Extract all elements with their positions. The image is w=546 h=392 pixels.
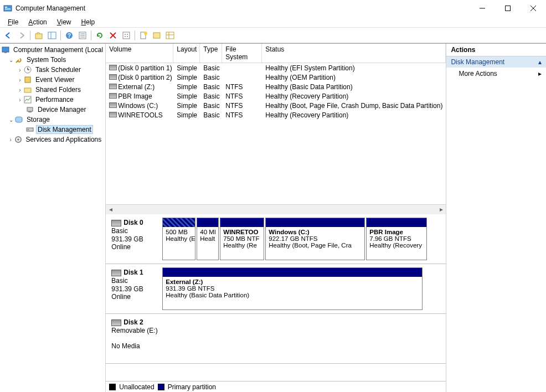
volume-icon: [109, 84, 117, 89]
legend-label-primary: Primary partition: [168, 383, 216, 391]
svg-rect-27: [166, 32, 174, 39]
col-status[interactable]: Status: [262, 44, 446, 63]
col-type[interactable]: Type: [200, 44, 222, 63]
tree-task-scheduler[interactable]: › Task Scheduler: [0, 65, 105, 75]
svg-point-44: [17, 138, 19, 141]
expand-icon[interactable]: ›: [17, 97, 23, 103]
close-button[interactable]: [521, 0, 546, 17]
disk-block[interactable]: Disk 0Basic931.39 GBOnline500 MBHealthy …: [106, 214, 446, 264]
settings-button[interactable]: [120, 29, 132, 42]
partition[interactable]: PBR Image7.96 GB NTFSHealthy (Recovery: [366, 218, 427, 260]
volume-row[interactable]: (Disk 0 partition 1)SimpleBasicHealthy (…: [106, 63, 446, 73]
svg-rect-35: [25, 77, 30, 82]
partition-bar: [367, 218, 426, 227]
folder-icon: [23, 85, 32, 94]
svg-point-20: [125, 34, 126, 35]
menu-file[interactable]: File: [3, 18, 23, 27]
disk-icon: [25, 125, 34, 134]
disk-block[interactable]: Disk 2Removable (E:)No Media: [106, 314, 446, 364]
tools-icon: [14, 55, 23, 64]
storage-icon: [14, 115, 23, 124]
delete-button[interactable]: [107, 29, 119, 42]
expand-icon[interactable]: ›: [8, 137, 14, 143]
actions-header: Actions: [446, 44, 546, 56]
refresh-button[interactable]: [94, 29, 106, 42]
tree-performance[interactable]: › Performance: [0, 95, 105, 105]
show-hide-tree-button[interactable]: [46, 29, 58, 42]
expand-icon[interactable]: ›: [17, 77, 23, 83]
up-button[interactable]: [33, 29, 45, 42]
volume-icon: [109, 65, 117, 70]
volume-row[interactable]: External (Z:)SimpleBasicNTFSHealthy (Bas…: [106, 82, 446, 91]
partition-bar: [163, 218, 195, 227]
tree-root[interactable]: Computer Management (Local: [0, 45, 105, 55]
tree-storage[interactable]: ⌄ Storage: [0, 115, 105, 125]
services-icon: [14, 135, 23, 144]
col-volume[interactable]: Volume: [106, 44, 173, 63]
svg-point-25: [144, 32, 147, 35]
partition[interactable]: Windows (C:)922.17 GB NTFSHealthy (Boot,…: [265, 218, 365, 260]
volume-list-header[interactable]: Volume Layout Type File System Status: [106, 44, 446, 63]
back-button[interactable]: [2, 29, 14, 42]
partition[interactable]: 500 MBHealthy (EF: [162, 218, 195, 260]
tree-disk-management[interactable]: Disk Management: [0, 125, 105, 135]
expand-icon[interactable]: ›: [17, 87, 23, 93]
disk-partitions: [161, 316, 444, 361]
expand-icon[interactable]: ›: [17, 67, 23, 73]
help-button[interactable]: ?: [63, 29, 75, 42]
col-layout[interactable]: Layout: [173, 44, 200, 63]
event-icon: [23, 75, 32, 84]
actions-section[interactable]: Disk Management ▴: [446, 56, 546, 68]
menu-view[interactable]: View: [53, 18, 76, 27]
list-view-button[interactable]: [151, 29, 163, 42]
toolbar: ?: [0, 28, 546, 43]
window-title: Computer Management: [16, 4, 470, 12]
menu-help[interactable]: Help: [77, 18, 100, 27]
performance-icon: [23, 95, 32, 104]
properties-button[interactable]: [76, 29, 89, 42]
tree-shared-folders[interactable]: › Shared Folders: [0, 85, 105, 95]
volume-icon: [109, 93, 117, 99]
actions-more[interactable]: More Actions ▸: [446, 68, 546, 80]
collapse-icon[interactable]: ⌄: [8, 57, 14, 63]
svg-point-42: [28, 129, 29, 130]
tree-event-viewer[interactable]: › Event Viewer: [0, 75, 105, 85]
disk-block[interactable]: Disk 1Basic931.39 GBOnlineExternal (Z:)9…: [106, 264, 446, 314]
disk-info: Disk 2Removable (E:)No Media: [108, 316, 161, 361]
collapse-icon[interactable]: ▴: [538, 58, 542, 66]
col-filesystem[interactable]: File System: [222, 44, 262, 63]
svg-rect-3: [5, 9, 11, 10]
svg-rect-8: [35, 34, 42, 39]
navigation-tree[interactable]: Computer Management (Local ⌄ System Tool…: [0, 44, 105, 146]
minimize-button[interactable]: [470, 0, 495, 17]
partition[interactable]: 40 MIHealt: [197, 218, 219, 260]
forward-button[interactable]: [16, 29, 28, 42]
main-area: Computer Management (Local ⌄ System Tool…: [0, 43, 546, 392]
scroll-right-icon[interactable]: ▸: [436, 205, 446, 214]
detail-view-button[interactable]: [164, 29, 176, 42]
scroll-track[interactable]: [115, 205, 436, 214]
disk-graphical-view[interactable]: Disk 0Basic931.39 GBOnline500 MBHealthy …: [106, 214, 446, 381]
volume-row[interactable]: Windows (C:)SimpleBasicNTFSHealthy (Boot…: [106, 101, 446, 110]
svg-rect-38: [27, 107, 33, 111]
svg-rect-31: [4, 52, 7, 53]
tree-services[interactable]: › Services and Applications: [0, 135, 105, 145]
volume-icon: [109, 74, 117, 80]
collapse-icon[interactable]: ⌄: [8, 117, 14, 123]
tree-system-tools[interactable]: ⌄ System Tools: [0, 55, 105, 65]
scroll-left-icon[interactable]: ◂: [106, 205, 115, 214]
volume-list-scrollbar[interactable]: ◂ ▸: [106, 204, 446, 214]
partition[interactable]: WINRETOO750 MB NTFHealthy (Re: [220, 218, 264, 260]
new-button[interactable]: [137, 29, 150, 42]
tree-device-manager[interactable]: Device Manager: [0, 105, 105, 115]
maximize-button[interactable]: [495, 0, 521, 17]
svg-rect-39: [28, 111, 32, 112]
partition[interactable]: External (Z:)931.39 GB NTFSHealthy (Basi…: [162, 267, 423, 310]
disk-icon: [111, 220, 121, 226]
navigation-tree-pane: Computer Management (Local ⌄ System Tool…: [0, 44, 106, 392]
volume-list-body[interactable]: (Disk 0 partition 1)SimpleBasicHealthy (…: [106, 63, 446, 204]
menu-action[interactable]: Action: [24, 18, 51, 27]
volume-row[interactable]: PBR ImageSimpleBasicNTFSHealthy (Recover…: [106, 91, 446, 101]
volume-row[interactable]: (Disk 0 partition 2)SimpleBasicHealthy (…: [106, 73, 446, 82]
volume-row[interactable]: WINRETOOLSSimpleBasicNTFSHealthy (Recove…: [106, 110, 446, 120]
